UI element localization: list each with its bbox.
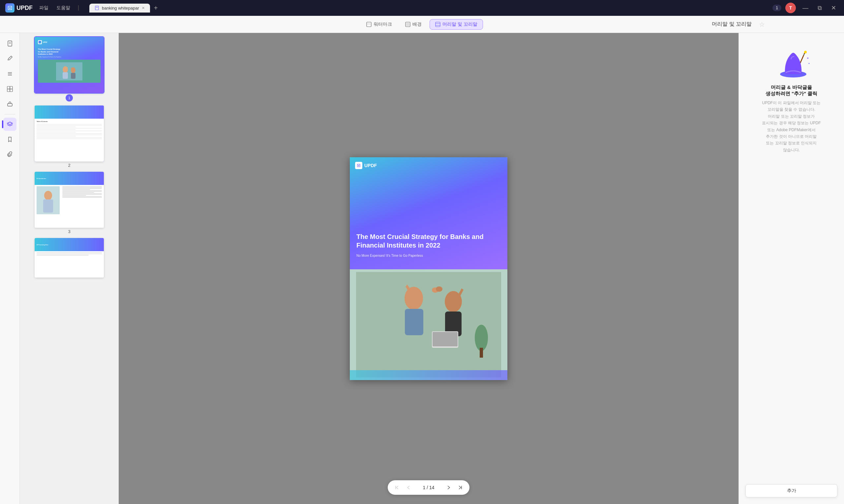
background-label: 배경: [412, 21, 422, 28]
svg-text:✦: ✦: [803, 54, 805, 56]
svg-point-48: [804, 51, 807, 53]
right-panel-description: UPDF이 이 파일에서 머리말 또는 꼬리말을 찾을 수 없습니다. 머리말 …: [762, 100, 821, 153]
thumbnail-page-4[interactable]: 02 Promoting Best: [35, 238, 104, 277]
pdf-cover-gradient: UPDF The Most Crucial Strategy for Banks…: [350, 157, 507, 269]
title-bar: UPDF 파일 도움말 banking whitepapar ✕ + 1 T —…: [0, 0, 844, 16]
pdf-updf-icon: [355, 162, 362, 169]
svg-rect-36: [405, 309, 423, 335]
thumb-intro-content: 01 Introduction: [35, 172, 104, 228]
svg-point-31: [44, 191, 52, 200]
first-page-btn[interactable]: [392, 482, 402, 493]
background-icon: [405, 22, 411, 27]
right-panel-title-2: 생성하려면: [766, 91, 792, 96]
menu-help[interactable]: 도움말: [56, 5, 70, 11]
svg-rect-27: [71, 73, 75, 79]
updf-logo-icon: [5, 3, 15, 13]
prev-page-btn[interactable]: [403, 482, 414, 493]
svg-rect-0: [95, 6, 98, 10]
pdf-updf-logo: UPDF: [355, 162, 377, 169]
maximize-btn[interactable]: ⧉: [815, 3, 825, 13]
thumb-cover-title: The Most Crucial Strategyfor Banks and F…: [38, 48, 101, 56]
right-panel-highlight: "추가": [792, 91, 806, 96]
page-number-input[interactable]: [415, 485, 442, 490]
toolbar-section-title: 머리말 및 꼬리말: [712, 21, 752, 28]
close-btn[interactable]: ✕: [828, 3, 839, 13]
thumbnail-frame-2: Table of Contents: [35, 106, 104, 162]
pdf-subtitle: No More Expenses! It's Time to Go Paperl…: [356, 254, 423, 257]
minimize-btn[interactable]: —: [800, 3, 811, 13]
thumbnail-panel: UPDF The Most Crucial Strategyfor Banks …: [20, 33, 119, 504]
active-tab[interactable]: banking whitepapar ✕: [89, 4, 150, 13]
last-page-btn[interactable]: [455, 482, 466, 493]
thumbnail-page-3[interactable]: 01 Introduction: [35, 172, 104, 234]
tab-icon: [95, 5, 99, 10]
next-page-btn[interactable]: [443, 482, 454, 493]
svg-rect-21: [7, 104, 12, 106]
tab-close-btn[interactable]: ✕: [142, 6, 145, 10]
sidebar-stamp-btn[interactable]: [3, 97, 17, 111]
thumbnail-page-2[interactable]: Table of Contents: [35, 106, 104, 168]
header-footer-btn[interactable]: 머리말 및 꼬리말: [430, 19, 483, 30]
pdf-bottom-bar: [350, 370, 507, 380]
thumb-page-number-1: 1: [66, 94, 73, 102]
thumbnail-frame-1: UPDF The Most Crucial Strategyfor Banks …: [35, 37, 104, 93]
add-header-footer-btn[interactable]: 추가: [746, 484, 838, 498]
tab-label: banking whitepapar: [102, 5, 139, 11]
svg-rect-19: [7, 89, 10, 92]
sidebar-pages-btn[interactable]: [3, 83, 17, 95]
menu-bar: 파일 도움말: [39, 5, 79, 11]
svg-marker-22: [7, 122, 13, 125]
svg-rect-25: [62, 72, 68, 79]
thumbnail-frame-3: 01 Introduction: [35, 172, 104, 228]
menu-file[interactable]: 파일: [39, 5, 49, 11]
background-btn[interactable]: 배경: [400, 19, 427, 29]
thumb-promoting-label: 02 Promoting Best: [37, 244, 48, 246]
tab-area: banking whitepapar ✕ +: [89, 3, 160, 13]
pdf-page: UPDF The Most Crucial Strategy for Banks…: [350, 157, 507, 380]
thumb-promoting-content: 02 Promoting Best: [35, 238, 104, 277]
thumb-page-number-2: 2: [68, 163, 70, 168]
thumbnail-page-1[interactable]: UPDF The Most Crucial Strategyfor Banks …: [35, 37, 104, 102]
add-btn-container: 추가: [746, 474, 838, 498]
app-name: UPDF: [17, 5, 33, 12]
sidebar-icons: [0, 33, 20, 504]
right-panel-title-block: 머리글 & 바닥글을 생성하려면 "추가" 클릭: [766, 84, 818, 97]
pdf-image-section: [350, 269, 507, 380]
svg-rect-42: [433, 332, 457, 346]
svg-point-43: [475, 325, 488, 351]
thumb-toc-content: Table of Contents: [35, 106, 104, 162]
sidebar-divider: [5, 114, 15, 114]
header-footer-label: 머리말 및 꼬리말: [443, 21, 478, 28]
right-panel-title-3: 클릭: [806, 91, 817, 96]
svg-point-40: [436, 286, 443, 292]
sidebar-list-btn[interactable]: [3, 67, 17, 80]
svg-text:✦: ✦: [808, 62, 810, 65]
svg-rect-17: [7, 86, 10, 89]
sidebar-document-btn[interactable]: [3, 37, 17, 50]
pdf-title: The Most Crucial Strategy for Banks and …: [356, 232, 501, 250]
svg-rect-32: [43, 199, 53, 213]
svg-rect-34: [356, 272, 501, 377]
svg-text:✦: ✦: [806, 56, 809, 60]
main-area: UPDF The Most Crucial Strategyfor Banks …: [0, 33, 844, 504]
title-bar-right: 1 T — ⧉ ✕: [772, 3, 839, 13]
thumbnail-frame-4: 02 Promoting Best: [35, 238, 104, 277]
toolbar: 워터마크 배경 머리말 및 꼬리말 머리말 및 꼬리말 ☆: [0, 16, 844, 33]
thumb-cover-sub: No More Expenses! It's Time to Go Paperl…: [38, 56, 101, 58]
bookmark-star-btn[interactable]: ☆: [759, 20, 765, 28]
page-indicator: 1: [772, 5, 782, 11]
svg-rect-44: [480, 348, 483, 358]
sidebar-attachment-btn[interactable]: [3, 148, 17, 161]
svg-rect-18: [10, 86, 13, 89]
new-tab-btn[interactable]: +: [151, 3, 161, 13]
sidebar-edit-btn[interactable]: [3, 52, 17, 65]
watermark-icon: [366, 22, 372, 27]
svg-rect-20: [10, 89, 13, 92]
watermark-btn[interactable]: 워터마크: [361, 19, 397, 29]
user-avatar[interactable]: T: [785, 3, 796, 13]
header-footer-icon: [435, 22, 441, 27]
thumb-page-number-3: 3: [68, 229, 70, 234]
navigation-bar: [388, 480, 469, 495]
sidebar-layers-btn[interactable]: [3, 118, 17, 131]
sidebar-bookmark-btn[interactable]: [3, 133, 17, 146]
